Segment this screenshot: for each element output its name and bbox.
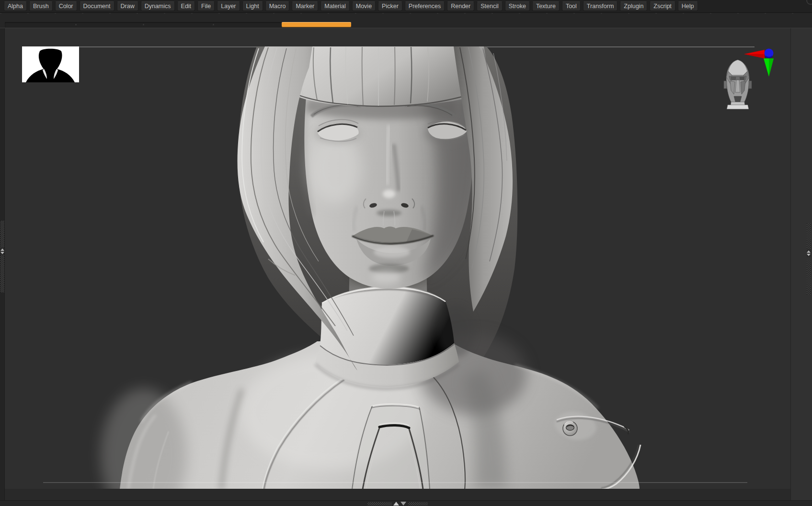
- menu-macro[interactable]: Macro: [265, 1, 290, 11]
- track-dot: [213, 24, 214, 25]
- bottom-tray-bar: [0, 500, 812, 506]
- menubar: Alpha Brush Color Document Draw Dynamics…: [0, 0, 812, 13]
- menu-color[interactable]: Color: [55, 1, 77, 11]
- menu-edit[interactable]: Edit: [177, 1, 195, 11]
- menu-light[interactable]: Light: [242, 1, 263, 11]
- track-dot: [143, 24, 144, 25]
- sculpt-scene: [0, 28, 812, 501]
- sculpt-bust[interactable]: [101, 46, 640, 501]
- corner-widget-arc: [806, 0, 812, 5]
- scroll-down-icon[interactable]: [807, 254, 811, 256]
- collar: [320, 286, 454, 365]
- right-tray-scrollbar-rail: [807, 28, 811, 500]
- menu-help[interactable]: Help: [678, 1, 698, 11]
- track-dot: [75, 24, 77, 25]
- menu-preferences[interactable]: Preferences: [405, 1, 445, 11]
- low-poly-head-icon[interactable]: [724, 60, 752, 109]
- left-tray: [0, 28, 5, 500]
- bust-silhouette-preview: [22, 46, 79, 82]
- bottom-scrollbar-left[interactable]: [367, 502, 392, 506]
- right-tray-scrollbar[interactable]: [807, 223, 811, 295]
- tray-expand-icon[interactable]: [393, 502, 399, 506]
- toolbar-strip: [0, 13, 812, 22]
- menu-draw[interactable]: Draw: [117, 1, 138, 11]
- menu-file[interactable]: File: [197, 1, 215, 11]
- menu-texture[interactable]: Texture: [532, 1, 560, 11]
- scroll-up-icon[interactable]: [0, 248, 4, 251]
- document-scrollbar-top: [0, 22, 812, 28]
- right-tray-scroll-arrows[interactable]: [807, 249, 811, 257]
- menu-material[interactable]: Material: [320, 1, 349, 11]
- menu-zplugin[interactable]: Zplugin: [620, 1, 647, 11]
- bottom-scrollbar-right[interactable]: [408, 502, 428, 506]
- scroll-up-icon[interactable]: [807, 250, 811, 253]
- menu-document[interactable]: Document: [80, 1, 114, 11]
- scroll-thumb-orange[interactable]: [282, 22, 351, 27]
- menu-transform[interactable]: Transform: [583, 1, 618, 11]
- canvas-viewport[interactable]: [0, 28, 812, 500]
- scroll-track[interactable]: [5, 22, 351, 27]
- scroll-down-icon[interactable]: [0, 252, 4, 254]
- menu-stroke[interactable]: Stroke: [505, 1, 530, 11]
- canvas-below-document: [5, 489, 790, 501]
- menu-stencil[interactable]: Stencil: [477, 1, 503, 11]
- menu-render[interactable]: Render: [447, 1, 474, 11]
- menu-movie[interactable]: Movie: [352, 1, 376, 11]
- menu-picker[interactable]: Picker: [378, 1, 402, 11]
- menu-marker[interactable]: Marker: [292, 1, 318, 11]
- menu-zscript[interactable]: Zscript: [650, 1, 675, 11]
- bottom-scroll-arrows[interactable]: [393, 502, 406, 506]
- left-tray-scrollbar[interactable]: [0, 221, 4, 292]
- left-tray-scroll-arrows[interactable]: [0, 247, 4, 255]
- menu-brush[interactable]: Brush: [29, 1, 53, 11]
- menu-tool[interactable]: Tool: [562, 1, 581, 11]
- menu-dynamics[interactable]: Dynamics: [141, 1, 175, 11]
- tray-collapse-icon[interactable]: [400, 502, 406, 506]
- menu-layer[interactable]: Layer: [217, 1, 240, 11]
- menu-alpha[interactable]: Alpha: [4, 1, 27, 11]
